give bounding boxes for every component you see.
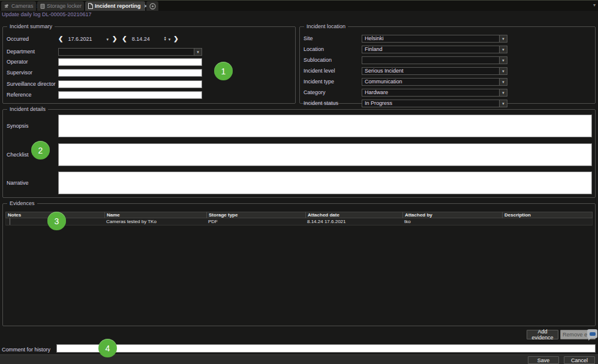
incident-level-label: Incident level (303, 68, 362, 74)
camera-icon (4, 4, 10, 8)
category-value: Hardware (362, 89, 499, 95)
date-next-icon[interactable]: ❯ (112, 36, 117, 42)
comment-for-history-input[interactable] (56, 344, 596, 353)
annotation-marker-1: 1 (214, 62, 233, 80)
tab-label: Incident reporting (95, 3, 141, 9)
chevron-down-icon: ▾ (502, 58, 504, 62)
location-label: Location (303, 46, 362, 52)
occurred-label: Occurred (7, 36, 58, 42)
operator-input[interactable] (58, 58, 202, 66)
supervisor-input[interactable] (58, 69, 202, 77)
dropdown-caret-button[interactable]: ▾ (194, 49, 202, 55)
category-label: Category (303, 89, 362, 95)
tab-label: Cameras (11, 3, 34, 9)
cell-storage-type: PDF (206, 218, 305, 225)
time-spinner[interactable]: ▴ ▾ (164, 37, 166, 41)
occurred-date[interactable]: 17.6.2021 (63, 36, 106, 42)
cell-attached-by: tko (402, 218, 502, 225)
site-dropdown[interactable]: Helsinki ▾ (362, 35, 507, 43)
incident-level-value: Serious Incident (362, 68, 499, 74)
chevron-down-icon: ▾ (502, 37, 504, 41)
circle-tab-icon (149, 3, 156, 10)
location-dropdown[interactable]: Finland ▾ (362, 46, 507, 53)
time-dropdown-icon[interactable]: ▾ (169, 37, 171, 41)
column-header-attached-by[interactable]: Attached by (402, 212, 502, 218)
narrative-textarea[interactable] (58, 172, 592, 194)
group-title: Evidences (7, 200, 37, 206)
surveillance-director-input[interactable] (58, 80, 202, 88)
bottom-bar: Save Cancel (0, 354, 598, 364)
dropdown-caret-button[interactable]: ▾ (499, 46, 507, 53)
column-header-name[interactable]: Name (104, 212, 206, 218)
evidences-table-header: Notes Name Storage type Attached date At… (5, 212, 593, 218)
cell-description (502, 218, 592, 225)
dropdown-caret-button[interactable]: ▾ (499, 35, 507, 42)
column-header-storage-type[interactable]: Storage type (206, 212, 305, 218)
incident-status-label: Incident status (303, 100, 362, 106)
sublocation-label: Sublocation (303, 57, 362, 63)
spinner-down-icon[interactable]: ▾ (164, 39, 166, 41)
tab-incident-reporting[interactable]: Incident reporting ✕ (85, 1, 145, 11)
synopsis-label: Synopsis (7, 123, 29, 129)
location-value: Finland (362, 46, 499, 52)
dropdown-caret-button[interactable]: ▾ (499, 89, 507, 96)
incident-status-value: In Progress (362, 100, 499, 106)
occurred-datetime-control: ❮ 17.6.2021 ▾ ❯ ❮ 8.14.24 ▴ ▾ ▾ ❯ (58, 36, 179, 42)
comment-callout-icon[interactable] (587, 329, 597, 338)
incident-type-dropdown[interactable]: Communication ▾ (362, 78, 507, 86)
tab-new[interactable] (146, 1, 158, 11)
tab-overflow-icon[interactable]: ▾ (593, 2, 596, 8)
tab-storage-locker[interactable]: Storage locker ✕ (37, 1, 84, 11)
dropdown-caret-button[interactable]: ▾ (499, 68, 507, 74)
supervisor-label: Supervisor (7, 70, 58, 76)
tab-cameras[interactable]: Cameras ✕ (1, 1, 36, 11)
incident-status-dropdown[interactable]: In Progress ▾ (362, 100, 507, 107)
department-dropdown[interactable]: ▾ (58, 48, 202, 56)
callout-pill (590, 332, 596, 336)
date-dropdown-icon[interactable]: ▾ (106, 37, 109, 41)
chevron-down-icon: ▾ (502, 101, 504, 106)
synopsis-textarea[interactable] (58, 115, 592, 137)
department-label: Department (7, 49, 58, 55)
comment-for-history-label: Comment for history (2, 347, 50, 353)
chevron-down-icon: ▾ (197, 50, 199, 54)
occurred-time[interactable]: 8.14.24 (127, 36, 164, 42)
checklist-textarea[interactable] (58, 143, 592, 166)
site-label: Site (303, 35, 362, 41)
cell-name: Cameras tested by TKo (104, 218, 206, 225)
column-header-attached-date[interactable]: Attached date (305, 212, 402, 218)
evidence-table-row[interactable]: Cameras tested by TKo PDF 8.14.24 17.6.2… (5, 218, 593, 225)
chevron-down-icon: ▾ (502, 47, 504, 52)
add-evidence-button[interactable]: Add evidence (527, 330, 558, 339)
checklist-label: Checklist (7, 152, 29, 158)
dropdown-caret-button[interactable]: ▾ (499, 79, 507, 85)
incident-level-dropdown[interactable]: Serious Incident ▾ (362, 67, 507, 75)
breadcrumb: Update daily log DL-00005-20210617 (2, 11, 92, 17)
incident-summary-group: Incident summary Occurred ❮ 17.6.2021 ▾ … (2, 26, 296, 104)
evidences-group: Evidences Notes Name Storage type Attach… (2, 203, 596, 326)
time-prev-icon[interactable]: ❮ (122, 36, 127, 42)
dropdown-caret-button[interactable]: ▾ (499, 100, 507, 107)
evidences-table: Notes Name Storage type Attached date At… (5, 212, 593, 225)
surveillance-director-label: Surveillance director (7, 81, 58, 87)
annotation-marker-2: 2 (31, 141, 50, 160)
chevron-down-icon: ▾ (502, 69, 504, 73)
save-button[interactable]: Save (528, 356, 559, 364)
row-selector[interactable] (6, 218, 10, 225)
annotation-marker-4: 4 (98, 339, 117, 357)
group-title: Incident location (304, 23, 348, 29)
dropdown-caret-button[interactable]: ▾ (499, 57, 507, 64)
cancel-button[interactable]: Cancel (564, 356, 595, 364)
reference-input[interactable] (58, 91, 202, 99)
operator-label: Operator (7, 59, 58, 65)
column-header-description[interactable]: Description (502, 212, 592, 218)
document-icon (88, 3, 93, 9)
cell-attached-date: 8.14.24 17.6.2021 (305, 218, 402, 225)
incident-type-label: Incident type (303, 79, 362, 85)
tab-label: Storage locker (47, 3, 82, 9)
tab-bar: Cameras ✕ Storage locker ✕ Incident repo… (0, 1, 598, 11)
category-dropdown[interactable]: Hardware ▾ (362, 89, 507, 97)
sublocation-dropdown[interactable]: ▾ (362, 56, 507, 64)
date-prev-icon[interactable]: ❮ (58, 36, 63, 42)
time-next-icon[interactable]: ❯ (173, 36, 178, 42)
